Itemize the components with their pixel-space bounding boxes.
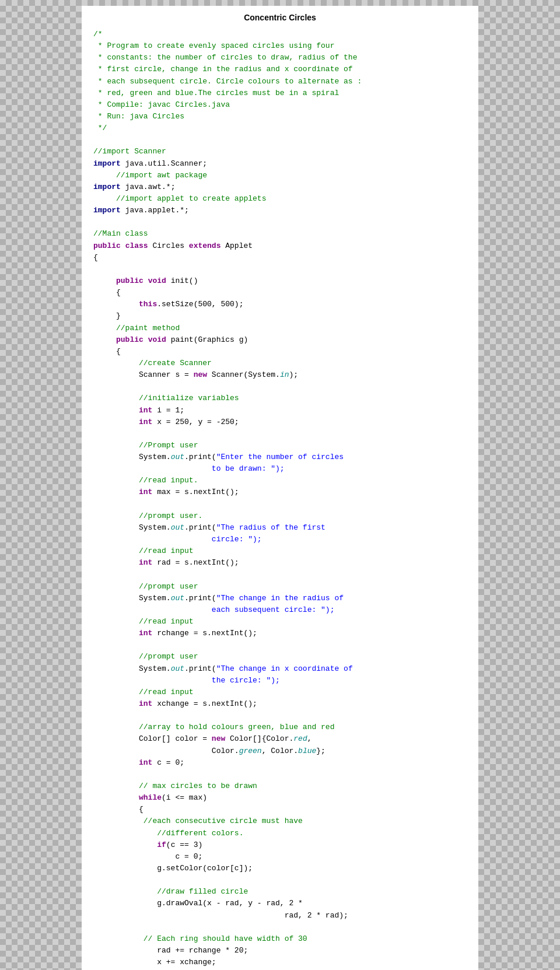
code-line: //prompt user.	[93, 510, 467, 522]
code-line: g.setColor(color[c]);	[93, 863, 467, 874]
code-line: int x = 250, y = -250;	[93, 416, 467, 428]
code-line: //each consecutive circle must have	[93, 815, 467, 827]
code-line: //import awt package	[93, 170, 467, 181]
code-line: {	[93, 346, 467, 358]
code-line	[93, 264, 467, 275]
code-line: // max circles to be drawn	[93, 780, 467, 792]
code-line: import java.util.Scanner;	[93, 158, 467, 170]
code-line: to be drawn: ");	[93, 463, 467, 475]
code-line: //Main class	[93, 228, 467, 240]
code-line: //read input	[93, 616, 467, 628]
code-line: {	[93, 252, 467, 264]
code-line: {	[93, 804, 467, 815]
code-line	[93, 381, 467, 393]
code-line: g.drawOval(x - rad, y - rad, 2 *	[93, 898, 467, 909]
code-line: //prompt user	[93, 651, 467, 663]
code-line: System.out.print("The radius of the firs…	[93, 522, 467, 534]
code-line: }	[93, 310, 467, 322]
code-line: int max = s.nextInt();	[93, 486, 467, 498]
code-line: rad += rchange * 20;	[93, 945, 467, 957]
code-line: //import applet to create applets	[93, 193, 467, 205]
code-line: public class Circles extends Applet	[93, 240, 467, 252]
code-container: Concentric Circles /* * Program to creat…	[82, 6, 478, 970]
code-line: System.out.print("The change in x coordi…	[93, 663, 467, 675]
code-line: int c = 0;	[93, 757, 467, 769]
code-line: if(c == 3)	[93, 839, 467, 851]
code-line	[93, 428, 467, 440]
code-line	[93, 874, 467, 886]
code-line: * constants: the number of circles to dr…	[93, 52, 467, 64]
code-line: public void init()	[93, 275, 467, 287]
code-line: // Each ring should have width of 30	[93, 933, 467, 945]
code-line: //different colors.	[93, 828, 467, 839]
code-line: */	[93, 122, 467, 134]
code-line	[93, 639, 467, 651]
code-line: //read input	[93, 545, 467, 557]
code-line	[93, 499, 467, 510]
code-line: int rchange = s.nextInt();	[93, 628, 467, 639]
code-line: //create Scanner	[93, 358, 467, 369]
code-line: {	[93, 287, 467, 299]
code-line: each subsequent circle: ");	[93, 604, 467, 616]
code-line: int rad = s.nextInt();	[93, 557, 467, 569]
code-line: * Compile: javac Circles.java	[93, 99, 467, 111]
code-line: * Run: java Circles	[93, 111, 467, 122]
code-line	[93, 216, 467, 228]
code-block: /* * Program to create evenly spaced cir…	[93, 29, 467, 970]
code-line: //Prompt user	[93, 440, 467, 451]
code-line: //array to hold colours green, blue and …	[93, 722, 467, 733]
code-line: x += xchange;	[93, 957, 467, 968]
code-line: * Program to create evenly spaced circle…	[93, 40, 467, 52]
code-line: Color[] color = new Color[]{Color.red,	[93, 733, 467, 745]
code-line: import java.awt.*;	[93, 181, 467, 193]
code-line: /*	[93, 29, 467, 40]
code-line: the circle: ");	[93, 675, 467, 687]
code-line: //import Scanner	[93, 146, 467, 157]
code-line: import java.applet.*;	[93, 205, 467, 216]
code-line: Scanner s = new Scanner(System.in);	[93, 369, 467, 381]
code-line	[93, 922, 467, 933]
code-line: * first circle, change in the radius and…	[93, 64, 467, 75]
code-line: * red, green and blue.The circles must b…	[93, 87, 467, 99]
code-line: while(i <= max)	[93, 792, 467, 804]
code-line: c = 0;	[93, 851, 467, 863]
code-line: public void paint(Graphics g)	[93, 334, 467, 346]
code-line: //paint method	[93, 323, 467, 334]
code-line: //read input.	[93, 475, 467, 486]
code-line	[93, 569, 467, 580]
code-line: circle: ");	[93, 534, 467, 545]
code-line: //initialize variables	[93, 393, 467, 404]
page-title: Concentric Circles	[93, 12, 467, 24]
code-line: //prompt user	[93, 581, 467, 593]
code-line: //read input	[93, 687, 467, 698]
code-line: System.out.print("Enter the number of ci…	[93, 451, 467, 463]
code-line	[93, 710, 467, 722]
code-line	[93, 134, 467, 146]
code-line	[93, 769, 467, 780]
code-line: rad, 2 * rad);	[93, 910, 467, 922]
code-line: System.out.print("The change in the radi…	[93, 593, 467, 604]
code-line: Color.green, Color.blue};	[93, 745, 467, 757]
code-line: int i = 1;	[93, 405, 467, 416]
code-line: //draw filled circle	[93, 886, 467, 898]
code-line: this.setSize(500, 500);	[93, 299, 467, 310]
code-line: * each subsequent circle. Circle colours…	[93, 76, 467, 87]
code-line: int xchange = s.nextInt();	[93, 698, 467, 710]
